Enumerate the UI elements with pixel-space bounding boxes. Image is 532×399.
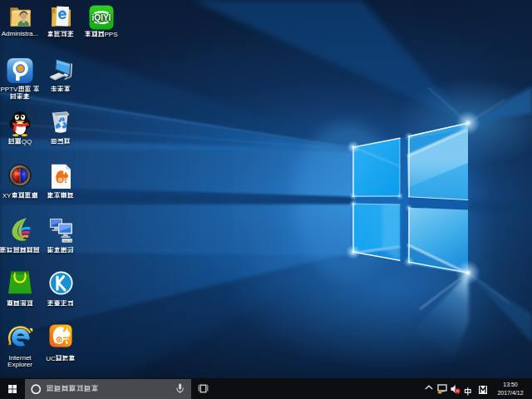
svg-text:iQIYI: iQIYI [91,13,111,22]
